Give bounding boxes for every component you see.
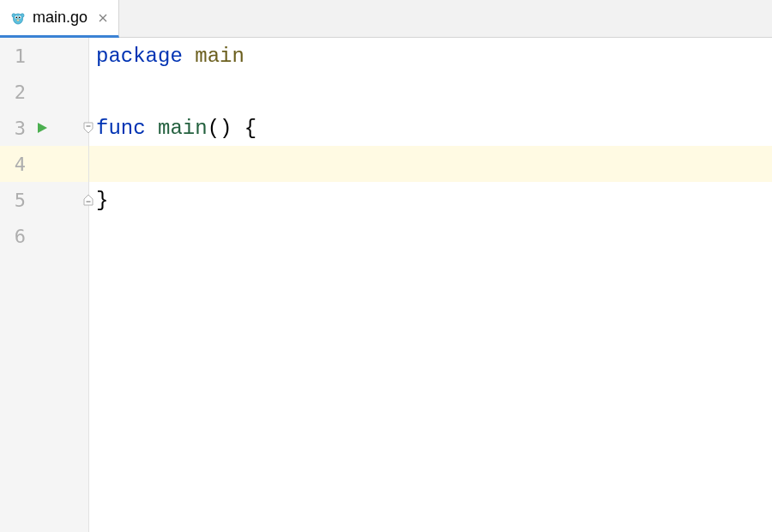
svg-point-5 xyxy=(15,16,17,18)
gutter-row[interactable]: 2 xyxy=(0,74,88,110)
close-icon[interactable] xyxy=(96,11,110,25)
line-number: 4 xyxy=(0,154,31,175)
code-line[interactable]: } xyxy=(89,182,772,218)
gutter-row[interactable]: 4 xyxy=(0,146,88,182)
code-token: package xyxy=(96,45,183,68)
line-number: 6 xyxy=(0,226,31,247)
tab-label: main.go xyxy=(33,9,87,27)
editor-area: 123456 package mainfunc main() {} xyxy=(0,38,772,532)
code-token: main xyxy=(158,117,208,140)
svg-marker-13 xyxy=(84,195,93,205)
gutter-row[interactable]: 6 xyxy=(0,218,88,254)
gutter-row[interactable]: 3 xyxy=(0,110,88,146)
code-token xyxy=(183,45,195,68)
svg-point-6 xyxy=(19,16,21,18)
fold-open-icon[interactable] xyxy=(82,121,94,135)
svg-point-7 xyxy=(17,19,20,21)
code-line[interactable] xyxy=(89,74,772,110)
code-line[interactable] xyxy=(89,218,772,254)
code-area[interactable]: package mainfunc main() {} xyxy=(89,38,772,532)
code-token: } xyxy=(96,189,108,212)
gutter-row[interactable]: 1 xyxy=(0,38,88,74)
code-line[interactable] xyxy=(89,146,772,182)
run-gutter-icon[interactable] xyxy=(34,120,50,136)
svg-marker-10 xyxy=(38,123,47,133)
line-number: 2 xyxy=(0,82,31,103)
line-number: 5 xyxy=(0,190,31,211)
fold-close-icon[interactable] xyxy=(82,193,94,207)
svg-marker-11 xyxy=(84,123,93,133)
go-gopher-icon xyxy=(10,10,26,26)
code-token: main xyxy=(195,45,244,68)
file-tab-main-go[interactable]: main.go xyxy=(0,0,119,38)
gutter-row[interactable]: 5 xyxy=(0,182,88,218)
line-number: 3 xyxy=(0,118,31,139)
code-token: func xyxy=(96,117,146,140)
code-line[interactable]: func main() { xyxy=(89,110,772,146)
tab-bar: main.go xyxy=(0,0,772,38)
line-number: 1 xyxy=(0,45,31,67)
code-token: () { xyxy=(208,117,257,140)
code-line[interactable]: package main xyxy=(89,38,772,74)
gutter: 123456 xyxy=(0,38,89,532)
code-token xyxy=(146,117,158,140)
